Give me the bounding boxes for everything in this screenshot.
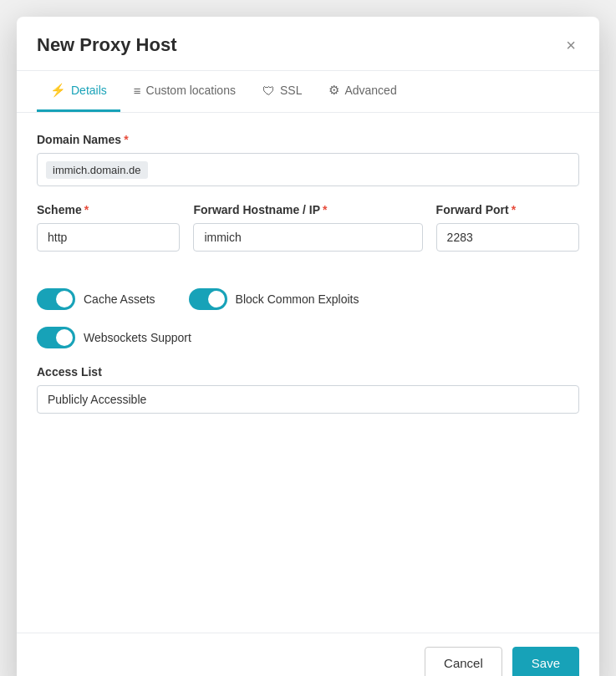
block-exploits-toggle[interactable]: [189, 288, 227, 310]
tab-custom-locations-label: Custom locations: [146, 84, 236, 97]
tab-details-label: Details: [71, 84, 107, 97]
tab-bar: ⚡ Details ≡ Custom locations 🛡 SSL ⚙ Adv…: [17, 71, 599, 113]
block-exploits-label: Block Common Exploits: [236, 292, 359, 306]
websockets-toggle[interactable]: [37, 327, 75, 348]
modal-title: New Proxy Host: [37, 34, 177, 56]
modal-header: New Proxy Host ×: [17, 17, 599, 71]
tab-details[interactable]: ⚡ Details: [37, 71, 120, 112]
modal-footer: Cancel Save: [17, 633, 599, 676]
cache-assets-label: Cache Assets: [84, 292, 155, 306]
gear-icon: ⚙: [328, 83, 339, 98]
domain-tag: immich.domain.de: [46, 161, 148, 179]
lightning-icon: ⚡: [50, 83, 66, 98]
websockets-slider: [37, 327, 75, 348]
forward-hostname-label: Forward Hostname / IP*: [193, 203, 422, 216]
forward-port-group: Forward Port*: [436, 203, 579, 252]
fields-row: Scheme* Forward Hostname / IP* Forward P…: [37, 203, 579, 268]
cache-assets-toggle[interactable]: [37, 288, 75, 310]
access-list-group: Access List: [37, 365, 579, 414]
forward-hostname-input[interactable]: [193, 223, 422, 252]
save-button[interactable]: Save: [512, 647, 579, 676]
tab-custom-locations[interactable]: ≡ Custom locations: [120, 71, 249, 112]
modal-body: Domain Names* immich.domain.de Scheme* F…: [17, 113, 599, 633]
cancel-button[interactable]: Cancel: [425, 647, 502, 676]
toggles-row-1: Cache Assets Block Common Exploits: [37, 288, 579, 310]
block-exploits-toggle-item: Block Common Exploits: [189, 288, 359, 310]
layers-icon: ≡: [134, 84, 141, 98]
tab-ssl[interactable]: 🛡 SSL: [249, 71, 315, 112]
websockets-toggle-item: Websockets Support: [37, 327, 191, 348]
scheme-label: Scheme*: [37, 203, 180, 216]
access-list-input[interactable]: [37, 385, 579, 414]
forward-port-input[interactable]: [436, 223, 579, 252]
cache-assets-slider: [37, 288, 75, 310]
access-list-label: Access List: [37, 365, 579, 379]
toggles-row-2: Websockets Support: [37, 327, 579, 348]
new-proxy-host-modal: New Proxy Host × ⚡ Details ≡ Custom loca…: [17, 17, 599, 676]
domain-names-input[interactable]: immich.domain.de: [37, 153, 579, 186]
tab-advanced-label: Advanced: [344, 84, 396, 97]
close-button[interactable]: ×: [563, 33, 579, 57]
domain-names-group: Domain Names* immich.domain.de: [37, 133, 579, 186]
forward-port-label: Forward Port*: [436, 203, 579, 216]
cache-assets-toggle-item: Cache Assets: [37, 288, 155, 310]
forward-hostname-group: Forward Hostname / IP*: [193, 203, 422, 252]
block-exploits-slider: [189, 288, 227, 310]
domain-names-label: Domain Names*: [37, 133, 579, 146]
scheme-group: Scheme*: [37, 203, 180, 252]
tab-ssl-label: SSL: [280, 84, 302, 97]
tab-advanced[interactable]: ⚙ Advanced: [315, 71, 410, 112]
shield-icon: 🛡: [262, 84, 275, 98]
scheme-input[interactable]: [37, 223, 180, 252]
websockets-label: Websockets Support: [84, 331, 191, 344]
